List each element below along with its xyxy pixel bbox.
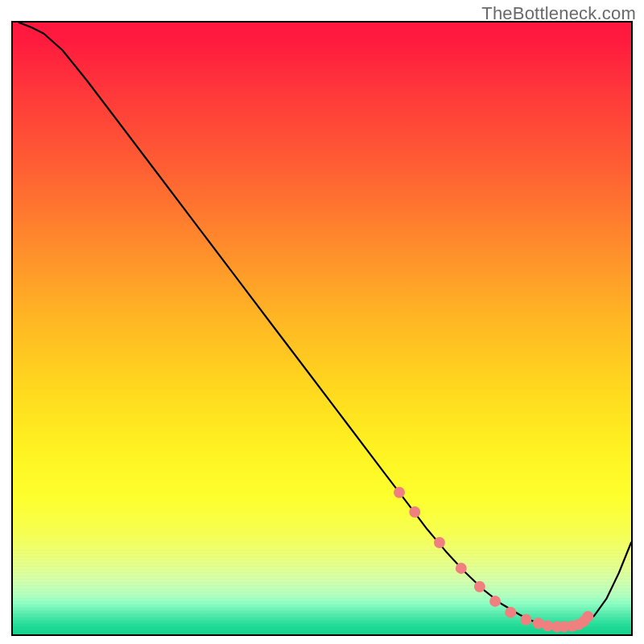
highlight-dot — [582, 611, 593, 622]
watermark-text: TheBottleneck.com — [481, 3, 636, 24]
highlight-dot-group — [394, 487, 593, 633]
bottleneck-curve — [19, 23, 631, 626]
highlight-dot — [474, 581, 485, 592]
highlight-dot — [456, 563, 467, 574]
highlight-dot — [409, 506, 420, 518]
chart-frame — [11, 21, 633, 636]
highlight-dot — [434, 537, 445, 548]
chart-svg — [13, 23, 631, 634]
highlight-dot — [521, 614, 532, 625]
highlight-dot — [489, 596, 501, 607]
highlight-dot — [505, 607, 516, 618]
highlight-dot — [394, 487, 405, 498]
